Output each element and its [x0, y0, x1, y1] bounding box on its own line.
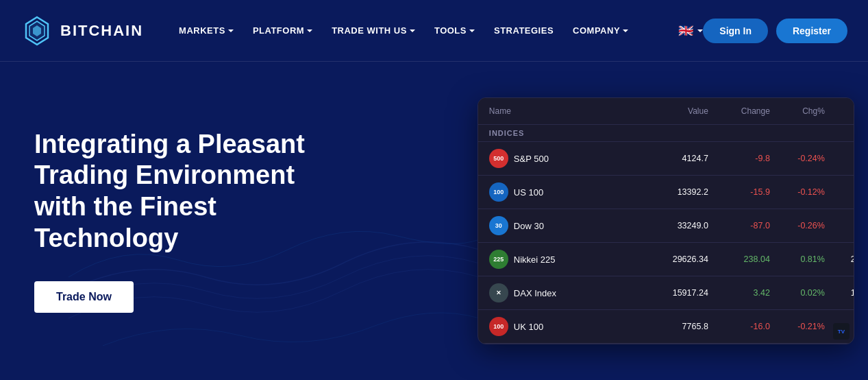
nav-item-markets[interactable]: MARKETS — [171, 20, 242, 41]
col-value: Value — [640, 106, 708, 116]
asset-badge: 100 — [489, 317, 508, 336]
main-nav: MARKETS PLATFORM TRADE WITH US TOOLS STR… — [171, 20, 671, 41]
col-open: Open — [825, 106, 854, 116]
logo-text: BITCHAIN — [60, 22, 143, 40]
col-change: Change — [708, 106, 770, 116]
asset-cell: ✕ DAX Index — [489, 283, 640, 302]
cell-chgpct: -0.21% — [770, 322, 825, 331]
asset-name: Nikkei 225 — [514, 254, 556, 265]
asset-badge: 500 — [489, 149, 508, 168]
table-row[interactable]: 100 US 100 13392.2 -15.9 -0.12% 13408.0 … — [478, 176, 854, 209]
trade-now-button[interactable]: Trade Now — [34, 281, 134, 313]
trading-panel: Name Value Change Chg% Open High INDICES… — [478, 97, 854, 344]
asset-badge: ✕ — [489, 283, 508, 302]
cell-change: -87.0 — [708, 221, 770, 230]
cell-chgpct: -0.26% — [770, 221, 825, 230]
markets-dropdown-arrow — [228, 29, 234, 32]
col-chgpct: Chg% — [770, 106, 825, 116]
cell-change: -16.0 — [708, 322, 770, 331]
lang-dropdown-arrow — [697, 29, 703, 32]
indices-section-label: INDICES — [478, 125, 854, 142]
asset-name: S&P 500 — [514, 154, 549, 164]
asset-name: US 100 — [514, 187, 543, 198]
asset-badge: 30 — [489, 216, 508, 235]
hero-title: Integrating a Pleasant Trading Environme… — [34, 129, 329, 254]
cell-value: 29626.34 — [640, 254, 708, 264]
asset-badge: 225 — [489, 250, 508, 269]
table-row[interactable]: 100 UK 100 7765.8 -16.0 -0.21% 7781.8 77… — [478, 310, 854, 344]
col-name: Name — [489, 106, 640, 116]
platform-dropdown-arrow — [307, 29, 312, 32]
asset-cell: 100 UK 100 — [489, 317, 640, 336]
cell-value: 4124.7 — [640, 154, 708, 163]
cell-open: 13408.0 — [825, 187, 854, 197]
cell-change: 238.04 — [708, 254, 770, 264]
asset-name: DAX Index — [514, 288, 556, 298]
table-row[interactable]: 225 Nikkei 225 29626.34 238.04 0.81% 295… — [478, 243, 854, 276]
cell-chgpct: 0.81% — [770, 254, 825, 264]
nav-item-company[interactable]: COMPANY — [565, 20, 636, 41]
trade-dropdown-arrow — [410, 29, 415, 32]
hero-section: Integrating a Pleasant Trading Environme… — [0, 62, 868, 380]
nav-item-platform[interactable]: PLATFORM — [245, 20, 321, 41]
asset-cell: 30 Dow 30 — [489, 216, 640, 235]
asset-badge: 100 — [489, 182, 508, 202]
signin-button[interactable]: Sign In — [703, 19, 768, 43]
cell-value: 33249.0 — [640, 221, 708, 230]
nav-item-trade[interactable]: TRADE WITH US — [323, 20, 423, 41]
cell-change: 3.42 — [708, 288, 770, 298]
table-body: 500 S&P 500 4124.7 -9.8 -0.24% 4134.5 41… — [478, 142, 854, 344]
cell-value: 15917.24 — [640, 288, 708, 298]
cell-change: -15.9 — [708, 187, 770, 197]
cell-open: 15966.96 — [825, 288, 854, 298]
cell-value: 7765.8 — [640, 322, 708, 331]
tradingview-logo: TV — [833, 323, 850, 340]
cell-chgpct: 0.02% — [770, 288, 825, 298]
cell-chgpct: -0.24% — [770, 154, 825, 163]
asset-cell: 500 S&P 500 — [489, 149, 640, 168]
cell-value: 13392.2 — [640, 187, 708, 197]
nav-item-strategies[interactable]: STRATEGIES — [486, 20, 562, 41]
table-row[interactable]: 30 Dow 30 33249.0 -87.0 -0.26% 33336.0 3… — [478, 209, 854, 243]
table-row[interactable]: ✕ DAX Index 15917.24 3.42 0.02% 15966.96… — [478, 276, 854, 310]
hero-left: Integrating a Pleasant Trading Environme… — [0, 62, 478, 380]
nav-item-tools[interactable]: TOOLS — [426, 20, 483, 41]
cell-open: 4134.5 — [825, 154, 854, 163]
table-row[interactable]: 500 S&P 500 4124.7 -9.8 -0.24% 4134.5 41… — [478, 142, 854, 176]
company-dropdown-arrow — [623, 29, 628, 32]
auth-buttons: Sign In Register — [703, 19, 847, 43]
logo-area[interactable]: BITCHAIN — [21, 14, 143, 47]
asset-name: UK 100 — [514, 322, 543, 332]
hero-right: Name Value Change Chg% Open High INDICES… — [478, 62, 868, 380]
cell-open: 33336.0 — [825, 221, 854, 230]
register-button[interactable]: Register — [776, 19, 847, 43]
cell-change: -9.8 — [708, 154, 770, 163]
tools-dropdown-arrow — [469, 29, 475, 32]
asset-name: Dow 30 — [514, 221, 544, 231]
cell-open: 29547.04 — [825, 254, 854, 264]
table-header: Name Value Change Chg% Open High — [478, 98, 854, 125]
flag-icon: 🇬🇧 — [678, 23, 693, 38]
nav-top-row: MARKETS PLATFORM TRADE WITH US TOOLS STR… — [171, 20, 636, 41]
asset-cell: 100 US 100 — [489, 182, 640, 202]
asset-cell: 225 Nikkei 225 — [489, 250, 640, 269]
language-selector[interactable]: 🇬🇧 — [678, 23, 703, 38]
cell-chgpct: -0.12% — [770, 187, 825, 197]
logo-icon — [21, 14, 53, 47]
